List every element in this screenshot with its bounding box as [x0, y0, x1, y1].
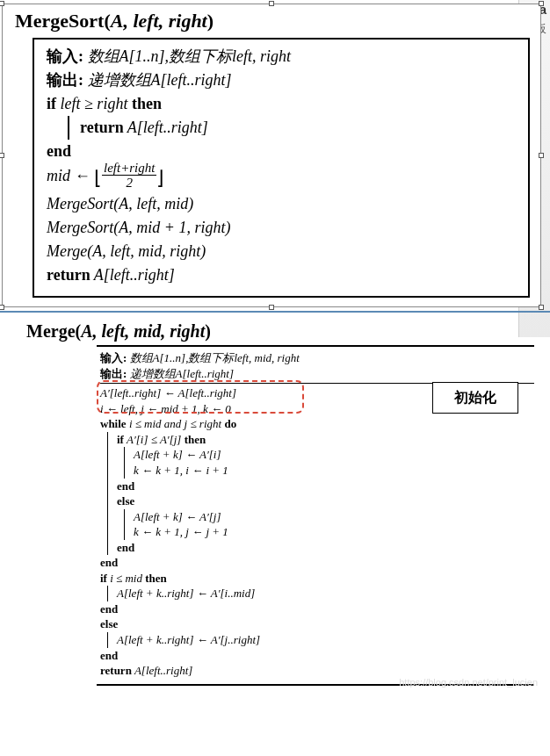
call-mergesort-right: MergeSort(A, mid + 1, right) — [47, 216, 519, 240]
call-merge: Merge(A, left, mid, right) — [47, 240, 519, 263]
resize-handle-icon[interactable] — [269, 1, 274, 6]
call-mergesort-left: MergeSort(A, left, mid) — [47, 192, 519, 216]
resize-handle-icon[interactable] — [0, 153, 4, 158]
resize-handle-icon[interactable] — [539, 153, 544, 158]
mergesort-title: MergeSort(A, left, right) — [3, 4, 540, 36]
init-annotation: 初始化 — [432, 382, 518, 414]
merge-block: Merge(A, left, mid, right) 输入: 数组A[1..n]… — [0, 314, 550, 685]
resize-handle-icon[interactable] — [0, 305, 4, 310]
mergesort-block: MergeSort(A, left, right) 输入: 数组A[1..n],… — [2, 4, 541, 307]
resize-handle-icon[interactable] — [269, 305, 274, 310]
resize-handle-icon[interactable] — [0, 1, 4, 6]
merge-pseudocode: 输入: 数组A[1..n],数组下标left, mid, right 输出: 递… — [97, 345, 534, 685]
watermark-text: https://blog.csdn.net/print_lucien — [399, 677, 538, 688]
mergesort-pseudocode: 输入: 数组A[1..n],数组下标left, right 输出: 递增数组A[… — [33, 38, 530, 298]
resize-handle-icon[interactable] — [539, 305, 544, 310]
init-highlight-box — [97, 380, 304, 414]
separator-line — [0, 311, 550, 313]
resize-handle-icon[interactable] — [539, 1, 544, 6]
merge-title: Merge(A, left, mid, right) — [0, 314, 550, 345]
